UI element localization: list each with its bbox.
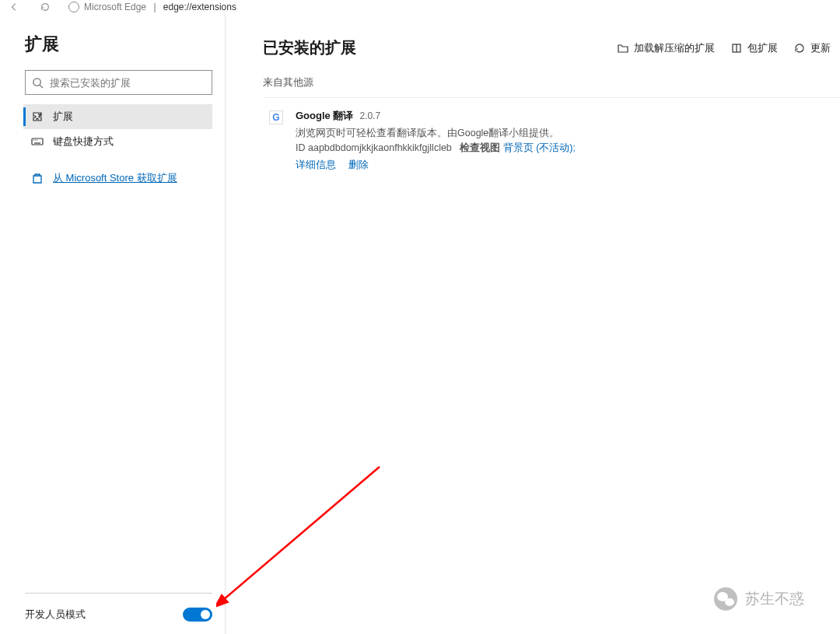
tab-title: Microsoft Edge [84, 2, 146, 12]
svg-line-1 [40, 85, 43, 88]
store-link-row[interactable]: 从 Microsoft Store 获取扩展 [25, 166, 212, 190]
topbar: Microsoft Edge | edge://extensions [0, 0, 840, 14]
dev-mode-label: 开发人员模式 [25, 608, 86, 622]
extension-card: G Google 翻译 2.0.7 浏览网页时可轻松查看翻译版本。由Google… [263, 97, 840, 183]
main-content: 已安装的扩展 加载解压缩的扩展 包扩展 更新 来自其他源 G [226, 14, 840, 634]
remove-link[interactable]: 删除 [348, 159, 369, 172]
keyboard-icon [31, 135, 44, 148]
id-label: ID [296, 142, 306, 153]
search-container[interactable] [25, 70, 212, 95]
background-page-link[interactable]: 背景页 (不活动); [503, 142, 576, 153]
google-translate-icon: G [269, 110, 283, 124]
url-display: edge://extensions [163, 2, 236, 12]
section-label: 来自其他源 [263, 75, 840, 89]
dev-mode-toggle[interactable] [183, 608, 212, 622]
nav-label: 键盘快捷方式 [53, 135, 114, 149]
globe-icon [68, 2, 79, 12]
watermark-text: 苏生不惑 [745, 589, 804, 609]
extension-version: 2.0.7 [359, 110, 380, 121]
extension-icon: G [269, 110, 285, 126]
svg-point-0 [33, 78, 40, 85]
load-unpacked-button[interactable]: 加载解压缩的扩展 [617, 41, 715, 55]
nav-label: 扩展 [53, 110, 73, 124]
details-link[interactable]: 详细信息 [296, 159, 336, 172]
svg-rect-2 [32, 138, 43, 145]
refresh-button[interactable] [37, 0, 53, 15]
search-input[interactable] [50, 77, 205, 89]
sidebar-title: 扩展 [25, 33, 212, 56]
extension-id-row: ID aapbdbdomjkkjkaonfhkkikfgjllcleb 检查视图… [296, 141, 820, 156]
folder-open-icon [617, 42, 629, 54]
package-icon [730, 42, 743, 54]
pack-extension-button[interactable]: 包扩展 [730, 41, 778, 55]
address-tab: Microsoft Edge | edge://extensions [68, 2, 236, 12]
store-icon [31, 172, 44, 184]
search-icon [32, 77, 44, 89]
extension-id: aapbdbdomjkkjkaonfhkkikfgjllcleb [308, 142, 452, 153]
nav-list: 扩展 键盘快捷方式 [25, 104, 212, 154]
watermark: 苏生不惑 [714, 587, 804, 611]
wechat-icon [714, 587, 737, 611]
sidebar: 扩展 扩展 键盘快捷方式 从 Microsoft Store [0, 14, 226, 634]
extension-actions: 详细信息 删除 [296, 159, 820, 172]
dev-mode-row: 开发人员模式 [25, 593, 212, 625]
main-header: 已安装的扩展 加载解压缩的扩展 包扩展 更新 [263, 37, 840, 58]
sidebar-item-shortcuts[interactable]: 键盘快捷方式 [23, 129, 212, 154]
sidebar-item-extensions[interactable]: 扩展 [23, 104, 212, 129]
inspect-label: 检查视图 [460, 142, 500, 153]
extension-description: 浏览网页时可轻松查看翻译版本。由Google翻译小组提供。 [296, 126, 820, 141]
store-link-text[interactable]: 从 Microsoft Store 获取扩展 [53, 171, 177, 185]
extension-body: Google 翻译 2.0.7 浏览网页时可轻松查看翻译版本。由Google翻译… [296, 109, 820, 172]
extension-name: Google 翻译 [296, 109, 353, 123]
page-title: 已安装的扩展 [263, 37, 356, 58]
back-icon [9, 2, 19, 12]
refresh-icon [40, 2, 51, 12]
update-button[interactable]: 更新 [793, 41, 831, 55]
refresh-icon [793, 42, 806, 54]
header-actions: 加载解压缩的扩展 包扩展 更新 [617, 41, 831, 55]
back-button[interactable] [6, 0, 22, 15]
puzzle-icon [31, 110, 44, 123]
